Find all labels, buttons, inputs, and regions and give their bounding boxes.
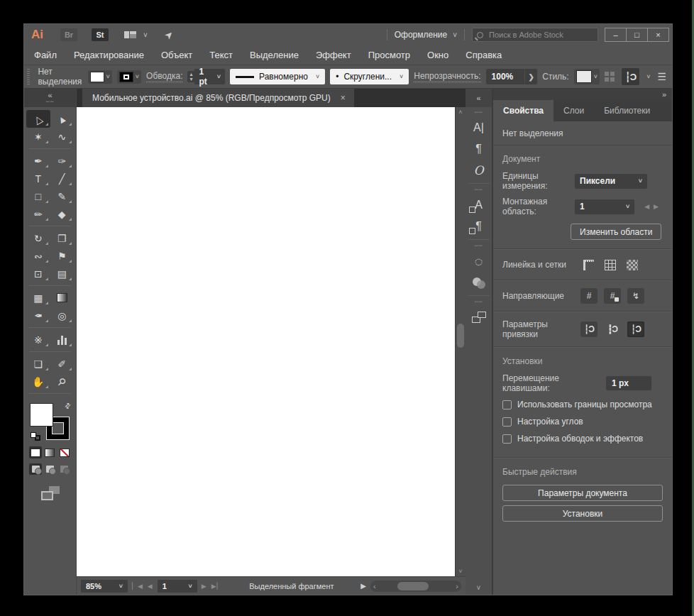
puppet-warp-tool[interactable]: ⚑	[50, 247, 75, 265]
stroke-effects-option[interactable]: Настройка обводок и эффектов	[493, 430, 672, 447]
scroll-down-icon[interactable]: ˅	[458, 566, 462, 576]
grid-icon[interactable]	[602, 258, 618, 272]
perspective-grid-tool[interactable]: ▤	[50, 265, 75, 282]
draw-inside-button[interactable]	[58, 463, 71, 475]
rectangle-tool[interactable]: □	[26, 187, 50, 205]
scroll-up-icon[interactable]: ˄	[458, 107, 462, 117]
workspace-menu[interactable]: Оформление ˅	[395, 30, 457, 40]
artboard-tool[interactable]: ❏	[26, 355, 50, 373]
close-tab-icon[interactable]: ×	[341, 93, 346, 103]
panel-grip[interactable]	[27, 69, 30, 84]
menu-edit[interactable]: Редактирование	[74, 50, 144, 60]
color-button[interactable]	[29, 446, 42, 458]
previous-artboard-icon[interactable]: ◀	[148, 583, 153, 590]
line-segment-tool[interactable]: ╱	[50, 170, 75, 187]
share-rocket-icon[interactable]: ➤	[162, 28, 176, 42]
menu-select[interactable]: Выделение	[250, 50, 299, 60]
menu-type[interactable]: Текст	[209, 50, 233, 60]
fill-stroke-indicator[interactable]: ⇄	[29, 402, 70, 441]
menu-view[interactable]: Просмотр	[368, 50, 410, 60]
menu-file[interactable]: Файл	[34, 50, 57, 60]
eraser-tool[interactable]: ◆	[50, 205, 75, 223]
menu-window[interactable]: Окно	[427, 50, 448, 60]
collapse-panel-icon[interactable]: »	[662, 92, 666, 98]
snap-to-point-icon[interactable]: ┆Ɔ	[580, 321, 597, 337]
stroke-weight-dropdown[interactable]: 1 pt ˅	[194, 69, 225, 84]
pen-tool[interactable]: ✒	[26, 152, 50, 170]
corner-scaling-checkbox[interactable]	[502, 417, 512, 427]
scroll-right-icon[interactable]: ›	[456, 582, 458, 590]
chevron-down-icon[interactable]: ˅	[646, 73, 650, 80]
symbol-sprayer-tool[interactable]: ※	[26, 331, 50, 348]
horizontal-scrollbar[interactable]: ‹ ›	[370, 581, 461, 592]
transparency-panel-icon[interactable]	[468, 272, 490, 293]
show-guides-icon[interactable]: #	[580, 288, 597, 304]
collapse-icon[interactable]: «	[48, 92, 52, 99]
dock-scroll-down-icon[interactable]: ˅	[477, 581, 481, 595]
shaper-tool[interactable]: ✏	[26, 205, 50, 223]
menu-help[interactable]: Справка	[466, 50, 502, 60]
width-profile-dropdown[interactable]: Равномерно ˅	[230, 69, 325, 84]
tab-properties[interactable]: Свойства	[493, 100, 553, 121]
vertical-scrollbar[interactable]: ˄ ˅	[455, 107, 466, 576]
artboards-panel-icon[interactable]	[468, 307, 490, 328]
preview-bounds-option[interactable]: Использовать границы просмотра	[493, 396, 672, 413]
tools-panel-header[interactable]: « ┉┉	[24, 89, 76, 107]
draw-normal-button[interactable]	[29, 463, 42, 475]
draw-behind-button[interactable]	[43, 463, 56, 475]
units-dropdown[interactable]: Пиксели ˅	[575, 174, 647, 189]
zoom-level-dropdown[interactable]: 85% ˅	[81, 580, 128, 593]
stroke-effects-checkbox[interactable]	[502, 434, 512, 444]
opacity-field[interactable]: 100% ❯	[486, 69, 538, 84]
expand-dock-icon[interactable]: «	[476, 95, 480, 101]
curvature-tool[interactable]: ✑	[50, 152, 75, 170]
workspace-chevron-icon[interactable]: ˅	[143, 31, 148, 39]
vertical-scroll-thumb[interactable]	[457, 324, 464, 348]
fill-color-dropdown[interactable]: ˅	[88, 70, 112, 84]
shape-builder-tool[interactable]: ⊡	[26, 265, 50, 282]
bridge-button[interactable]: Br	[60, 28, 77, 41]
character-styles-panel-icon[interactable]: A	[468, 194, 490, 216]
scroll-left-icon[interactable]: ‹	[373, 582, 376, 590]
workspace-switcher-icon[interactable]	[124, 31, 136, 38]
width-tool[interactable]: ∾	[26, 247, 50, 265]
snap-to-pixel-icon[interactable]: ┆Ɔ	[627, 321, 644, 337]
selection-tool[interactable]: △	[26, 110, 50, 128]
direct-selection-tool[interactable]: ▲	[50, 110, 75, 128]
zoom-tool[interactable]: ⚲	[50, 373, 75, 390]
stepper-down-icon[interactable]: ▾	[189, 77, 192, 82]
stroke-panel-icon[interactable]: ◌	[468, 251, 490, 272]
document-tab[interactable]: Мобильное устройство.ai @ 85% (RGB/Предп…	[82, 89, 354, 107]
document-setup-button[interactable]: Параметры документа	[502, 485, 663, 501]
first-artboard-icon[interactable]: ▏◀	[132, 583, 143, 590]
status-display[interactable]: Выделенный фрагмент	[227, 582, 357, 590]
rotate-tool[interactable]: ↻	[26, 229, 50, 247]
canvas[interactable]: ˄ ˅	[77, 107, 466, 576]
default-fill-stroke-icon[interactable]	[31, 432, 40, 441]
lock-guides-icon[interactable]: #	[604, 288, 621, 304]
tab-libraries[interactable]: Библиотеки	[594, 100, 660, 121]
stock-button[interactable]: St	[92, 28, 109, 41]
paragraph-panel-icon[interactable]: ¶	[468, 138, 490, 160]
tab-layers[interactable]: Слои	[553, 100, 594, 121]
preferences-button[interactable]: Установки	[502, 505, 663, 522]
scale-tool[interactable]: ❐	[50, 229, 75, 247]
menu-effect[interactable]: Эффект	[316, 50, 351, 60]
corner-scaling-option[interactable]: Настройка углов	[493, 413, 672, 430]
rulers-icon[interactable]	[580, 258, 596, 272]
previous-artboard-icon[interactable]: ◀	[644, 203, 654, 210]
character-panel-icon[interactable]: A|	[468, 117, 490, 138]
last-artboard-icon[interactable]: ▶▏	[211, 583, 223, 590]
opacity-panel-link[interactable]: Непрозрачность:	[414, 71, 480, 82]
swap-fill-stroke-icon[interactable]: ⇄	[62, 401, 72, 411]
transparency-grid-icon[interactable]	[624, 258, 640, 272]
gradient-button[interactable]	[43, 446, 56, 458]
column-graph-tool[interactable]	[50, 331, 75, 348]
stroke-weight-stepper[interactable]: ▴ ▾	[187, 71, 194, 82]
opacity-expand-icon[interactable]: ❯	[524, 69, 537, 84]
horizontal-scroll-thumb[interactable]	[397, 582, 429, 590]
slice-tool[interactable]: ✐	[50, 355, 75, 373]
lasso-tool[interactable]: ∿	[50, 128, 75, 145]
snap-options-button[interactable]: ┆Ɔ	[622, 68, 639, 85]
blend-tool[interactable]: ◎	[50, 307, 75, 324]
